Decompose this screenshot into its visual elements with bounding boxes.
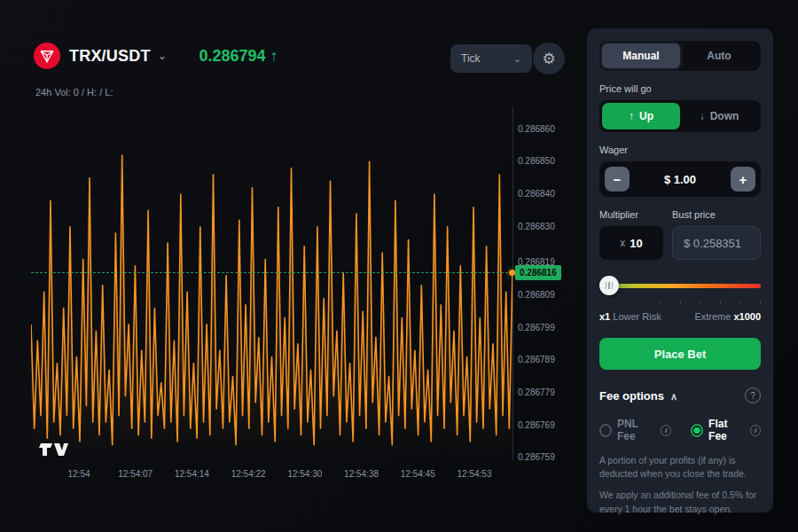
pnl-fee-radio[interactable]: PNL Fee i bbox=[599, 418, 671, 442]
fee-description-1: A portion of your profits (if any) is de… bbox=[599, 454, 761, 481]
wager-increase-button[interactable]: + bbox=[731, 167, 755, 192]
pair-header: TRX/USDT ⌄ 0.286794 ↑ bbox=[34, 43, 278, 69]
risk-slider-labels: x1 Lower Risk Extreme x1000 bbox=[599, 311, 761, 322]
pair-stats: 24h Vol: 0 / H: / L: bbox=[35, 87, 113, 98]
fee-help-button[interactable]: ? bbox=[745, 387, 761, 403]
x-axis-tick: 12:54:07 bbox=[118, 469, 153, 479]
pair-name[interactable]: TRX/USDT bbox=[69, 47, 151, 66]
multiplier-input[interactable]: x 10 bbox=[599, 226, 663, 260]
bust-price-input[interactable]: $ 0.258351 bbox=[672, 226, 761, 260]
interval-dropdown[interactable]: Tick ⌄ bbox=[450, 44, 532, 73]
direction-label: Price will go bbox=[599, 83, 761, 94]
current-price-line bbox=[31, 272, 512, 273]
risk-slider-track[interactable] bbox=[599, 284, 761, 288]
multiplier-value: 10 bbox=[630, 237, 642, 250]
up-arrow-icon: ↑ bbox=[629, 110, 634, 122]
chevron-up-icon: ∧ bbox=[670, 391, 677, 403]
price-chart[interactable] bbox=[31, 106, 512, 461]
info-icon[interactable]: i bbox=[750, 425, 761, 436]
tab-auto[interactable]: Auto bbox=[680, 43, 758, 68]
y-axis-tick: 0.286850 bbox=[518, 156, 555, 166]
x-axis-tick: 12:54:45 bbox=[401, 469, 435, 479]
fee-options-toggle[interactable]: Fee options ∧ bbox=[599, 389, 677, 403]
down-arrow-icon: ↓ bbox=[700, 110, 705, 122]
y-axis-tick: 0.286779 bbox=[518, 387, 555, 397]
tab-manual[interactable]: Manual bbox=[602, 43, 680, 68]
risk-slider-ticks bbox=[599, 301, 761, 305]
wager-value[interactable]: $ 1.00 bbox=[664, 173, 696, 186]
risk-slider[interactable] bbox=[599, 276, 761, 295]
x-axis-tick: 12:54:53 bbox=[458, 469, 492, 479]
x-axis-tick: 12:54:38 bbox=[344, 469, 379, 479]
y-axis-tick: 0.286840 bbox=[518, 189, 555, 199]
chart-settings-button[interactable]: ⚙ bbox=[533, 43, 565, 74]
chart-line-svg bbox=[31, 106, 512, 461]
place-bet-button[interactable]: Place Bet bbox=[599, 338, 761, 370]
bet-panel: Manual Auto Price will go ↑ Up ↓ Down Wa… bbox=[587, 28, 773, 512]
direction-toggle: ↑ Up ↓ Down bbox=[599, 100, 761, 132]
x-axis-tick: 12:54:14 bbox=[175, 469, 209, 479]
flat-fee-radio[interactable]: Flat Fee i bbox=[691, 418, 761, 442]
bust-price-label: Bust price bbox=[672, 209, 761, 220]
x-axis-tick: 12:54:22 bbox=[231, 469, 266, 479]
y-axis-tick: 0.286759 bbox=[518, 452, 555, 462]
wager-stepper: − $ 1.00 + bbox=[599, 161, 761, 197]
multiplier-label: Multiplier bbox=[599, 209, 663, 220]
tradingview-logo[interactable] bbox=[39, 441, 69, 462]
current-price-tag: 0.286816 bbox=[515, 265, 561, 280]
radio-checked-icon bbox=[691, 424, 703, 437]
tron-logo-icon bbox=[34, 43, 60, 69]
radio-unchecked-icon bbox=[599, 424, 612, 437]
price-up-arrow-icon: ↑ bbox=[270, 47, 278, 65]
y-axis-tick: 0.286830 bbox=[518, 222, 555, 231]
down-button[interactable]: ↓ Down bbox=[680, 103, 758, 129]
last-price: 0.286794 ↑ bbox=[200, 47, 278, 66]
x-axis-tick: 12:54:30 bbox=[287, 469, 322, 479]
risk-slider-handle[interactable] bbox=[599, 276, 619, 295]
y-axis-tick: 0.286789 bbox=[518, 355, 555, 364]
x-axis-tick: 12:54 bbox=[67, 469, 90, 479]
fee-description-2: We apply an additional fee of 0.5% for e… bbox=[599, 489, 761, 515]
question-icon: ? bbox=[750, 391, 755, 401]
gear-icon: ⚙ bbox=[542, 50, 555, 68]
y-axis-tick: 0.286799 bbox=[518, 323, 555, 332]
wager-decrease-button[interactable]: − bbox=[605, 167, 630, 192]
interval-label: Tick bbox=[461, 52, 481, 65]
y-axis-tick: 0.286809 bbox=[518, 290, 555, 300]
y-axis-tick: 0.286860 bbox=[518, 124, 555, 134]
chevron-down-icon[interactable]: ⌄ bbox=[158, 49, 168, 62]
wager-label: Wager bbox=[599, 145, 761, 155]
chevron-down-icon: ⌄ bbox=[513, 53, 521, 65]
y-axis-tick: 0.286769 bbox=[518, 420, 555, 430]
price-axis[interactable] bbox=[512, 106, 513, 461]
mode-tabs: Manual Auto bbox=[599, 41, 761, 71]
info-icon[interactable]: i bbox=[661, 425, 671, 436]
last-tick-dot bbox=[509, 270, 515, 276]
up-button[interactable]: ↑ Up bbox=[602, 103, 680, 129]
